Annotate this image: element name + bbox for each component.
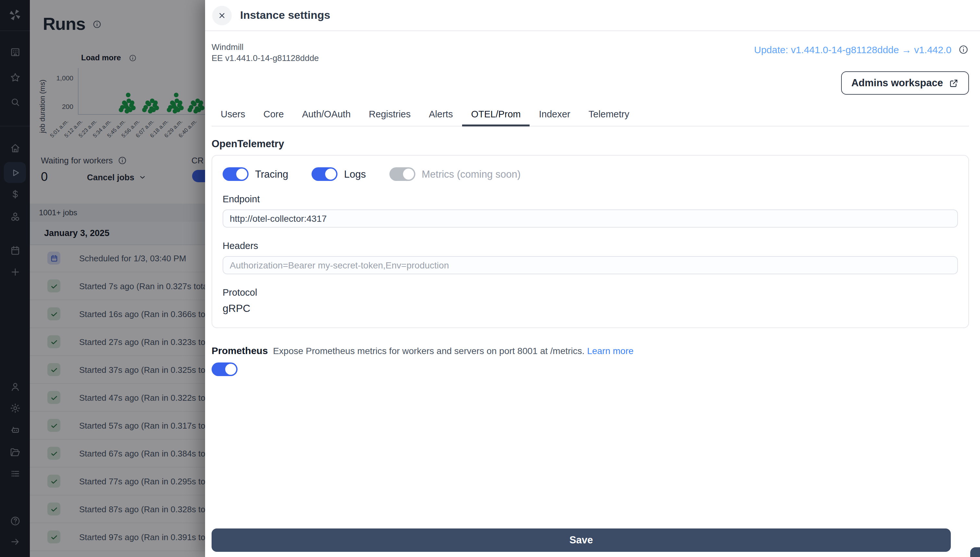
app-window: Runs Load more job duration (ms) 1,00020… bbox=[0, 0, 980, 557]
tab-registries[interactable]: Registries bbox=[360, 109, 420, 126]
otel-toggle-metrics: Metrics (coming soon) bbox=[389, 167, 521, 181]
otel-toggle-logs: Logs bbox=[312, 167, 366, 181]
settings-tabs: UsersCoreAuth/OAuthRegistriesAlertsOTEL/… bbox=[212, 109, 969, 127]
admins-workspace-button[interactable]: Admins workspace bbox=[841, 71, 969, 94]
admins-workspace-label: Admins workspace bbox=[851, 77, 943, 89]
toggle-switch[interactable] bbox=[312, 167, 338, 181]
save-button[interactable]: Save bbox=[212, 528, 951, 552]
close-button[interactable] bbox=[212, 5, 232, 25]
learn-more-link[interactable]: Learn more bbox=[587, 345, 634, 356]
otel-toggle-tracing: Tracing bbox=[223, 167, 288, 181]
prometheus-toggle[interactable] bbox=[212, 363, 238, 376]
protocol-label: Protocol bbox=[223, 287, 958, 298]
prometheus-title: Prometheus bbox=[212, 345, 268, 356]
drawer-header: Instance settings bbox=[205, 0, 980, 31]
endpoint-input[interactable] bbox=[223, 209, 958, 228]
update-link[interactable]: Update: v1.441.0-14-g81128ddde → v1.442.… bbox=[754, 44, 951, 55]
otel-card: Tracing Logs Metrics (coming soon) Endpo… bbox=[212, 155, 969, 328]
protocol-value: gRPC bbox=[223, 303, 958, 314]
headers-input[interactable] bbox=[223, 256, 958, 274]
tab-indexer[interactable]: Indexer bbox=[530, 109, 580, 126]
product-name: Windmill bbox=[212, 41, 319, 52]
product-version-block: Windmill EE v1.441.0-14-g81128ddde bbox=[212, 41, 319, 64]
prometheus-description: Expose Prometheus metrics for workers an… bbox=[273, 345, 585, 356]
floating-corner-button[interactable] bbox=[970, 547, 980, 557]
tab-auth-oauth[interactable]: Auth/OAuth bbox=[293, 109, 360, 126]
external-link-icon bbox=[949, 78, 959, 88]
tab-otel-prom[interactable]: OTEL/Prom bbox=[462, 109, 530, 126]
product-version: EE v1.441.0-14-g81128ddde bbox=[212, 52, 319, 64]
toggle-switch[interactable] bbox=[389, 167, 415, 181]
toggle-label: Logs bbox=[344, 168, 366, 180]
tab-alerts[interactable]: Alerts bbox=[420, 109, 462, 126]
endpoint-label: Endpoint bbox=[223, 194, 958, 204]
tab-users[interactable]: Users bbox=[212, 109, 255, 126]
instance-settings-drawer: Instance settings Windmill EE v1.441.0-1… bbox=[205, 0, 980, 557]
headers-label: Headers bbox=[223, 241, 958, 251]
prometheus-section: Prometheus Expose Prometheus metrics for… bbox=[212, 345, 969, 376]
otel-toggles-row: Tracing Logs Metrics (coming soon) bbox=[223, 167, 958, 181]
update-info-icon[interactable] bbox=[958, 44, 969, 55]
drawer-title: Instance settings bbox=[240, 9, 330, 22]
close-icon bbox=[217, 11, 227, 20]
tab-telemetry[interactable]: Telemetry bbox=[580, 109, 639, 126]
otel-section-heading: OpenTelemetry bbox=[212, 138, 969, 150]
toggle-switch[interactable] bbox=[223, 167, 248, 181]
drawer-body: Windmill EE v1.441.0-14-g81128ddde Updat… bbox=[205, 31, 980, 557]
tab-core[interactable]: Core bbox=[255, 109, 293, 126]
toggle-label: Tracing bbox=[255, 168, 288, 180]
toggle-label: Metrics (coming soon) bbox=[421, 168, 521, 180]
